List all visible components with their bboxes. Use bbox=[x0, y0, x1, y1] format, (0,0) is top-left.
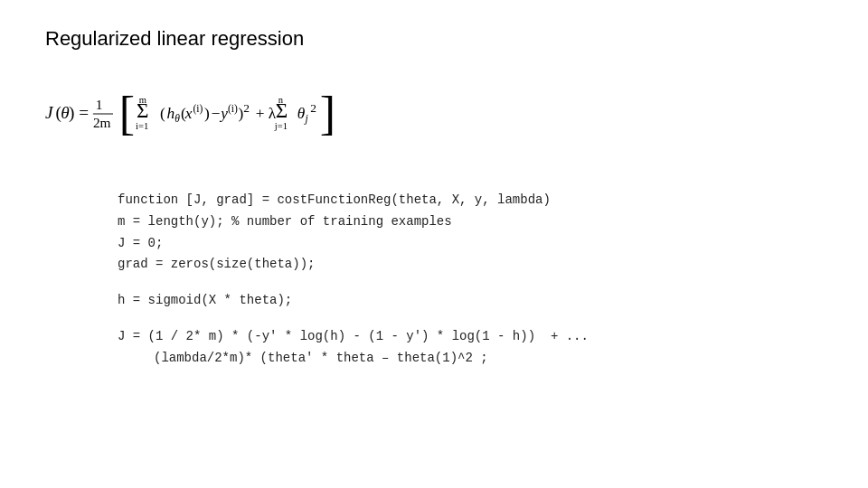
svg-text:Σ: Σ bbox=[276, 99, 288, 122]
page-container: Regularized linear regression J ( θ ) = … bbox=[0, 0, 868, 488]
code-block-3: J = (1 / 2* m) * (-y' * log(h) - (1 - y'… bbox=[118, 326, 823, 370]
svg-text:(: ( bbox=[160, 105, 165, 122]
svg-text:(i): (i) bbox=[228, 103, 238, 115]
code-line: J = (1 / 2* m) * (-y' * log(h) - (1 - y'… bbox=[118, 326, 823, 348]
svg-text:θ: θ bbox=[175, 113, 180, 124]
svg-text:) =: ) = bbox=[69, 103, 89, 123]
code-line: grad = zeros(size(theta)); bbox=[118, 254, 823, 276]
svg-text:i=1: i=1 bbox=[136, 121, 148, 131]
code-line: h = sigmoid(X * theta); bbox=[118, 290, 823, 312]
svg-text:): ) bbox=[204, 105, 210, 122]
svg-text:x: x bbox=[184, 105, 193, 122]
code-line: J = 0; bbox=[118, 233, 823, 255]
svg-text:θ: θ bbox=[297, 105, 306, 122]
svg-text:(i): (i) bbox=[193, 103, 203, 115]
page-title: Regularized linear regression bbox=[45, 27, 823, 51]
svg-text:+ λ: + λ bbox=[256, 105, 277, 122]
svg-text:2: 2 bbox=[243, 101, 250, 115]
svg-text:Σ: Σ bbox=[137, 99, 148, 122]
code-block-1: function [J, grad] = costFunctionReg(the… bbox=[118, 190, 823, 276]
svg-text:y: y bbox=[219, 105, 228, 122]
code-line: function [J, grad] = costFunctionReg(the… bbox=[118, 190, 823, 211]
svg-text:−: − bbox=[212, 105, 221, 122]
code-section: function [J, grad] = costFunctionReg(the… bbox=[45, 190, 823, 370]
svg-text:]: ] bbox=[320, 88, 335, 139]
formula-svg: J ( θ ) = 1 2m [ m Σ i=1 ( h θ ( x (i) )… bbox=[45, 78, 497, 150]
code-line: (lambda/2*m)* (theta' * theta – theta(1)… bbox=[118, 348, 823, 370]
svg-text:J: J bbox=[45, 103, 54, 122]
svg-text:2m: 2m bbox=[93, 115, 111, 130]
svg-text:[: [ bbox=[119, 88, 135, 139]
svg-text:h: h bbox=[167, 105, 175, 122]
svg-text:2: 2 bbox=[310, 101, 316, 115]
code-line: m = length(y); % number of training exam… bbox=[118, 211, 823, 233]
svg-text:j=1: j=1 bbox=[274, 121, 288, 131]
formula-section: J ( θ ) = 1 2m [ m Σ i=1 ( h θ ( x (i) )… bbox=[45, 69, 823, 163]
code-block-2: h = sigmoid(X * theta); bbox=[118, 290, 823, 312]
svg-text:1: 1 bbox=[96, 97, 103, 112]
